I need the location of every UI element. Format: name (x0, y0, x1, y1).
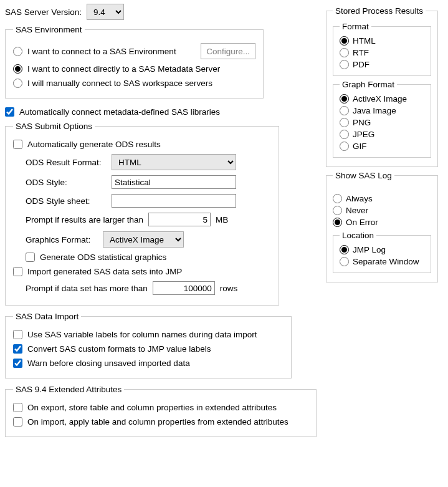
checkbox-warn-unsaved[interactable] (13, 359, 22, 368)
checkbox-auto-connect-libs-label: Automatically connect metadata-defined S… (19, 107, 220, 117)
radio-gfmt-java[interactable] (340, 106, 349, 115)
radio-gfmt-gif-label: GIF (353, 142, 367, 151)
radio-connect-metadata[interactable] (13, 64, 22, 74)
radio-gfmt-java-label: Java Image (353, 106, 396, 115)
prompt-results-prefix: Prompt if results are larger than (26, 215, 143, 224)
prompt-rows-suffix: rows (220, 284, 238, 293)
stored-process-results-group: Stored Process Results Format HTML RTF P… (326, 6, 438, 167)
radio-log-onerror[interactable] (333, 218, 342, 227)
radio-format-rtf[interactable] (340, 48, 349, 57)
sas-environment-group: SAS Environment I want to connect to a S… (5, 25, 264, 99)
sas-version-label: SAS Server Version: (5, 7, 82, 17)
radio-connect-env[interactable] (13, 47, 22, 56)
radio-manual-connect-label: I will manually connect to SAS workspace… (27, 79, 212, 88)
graphics-format-select[interactable]: ActiveX Image (103, 231, 184, 248)
radio-loc-sepwin[interactable] (340, 257, 349, 266)
checkbox-convert-formats[interactable] (13, 344, 22, 354)
stored-process-results-legend: Stored Process Results (333, 6, 426, 16)
radio-loc-jmplog-label: JMP Log (353, 245, 386, 254)
extended-attributes-legend: SAS 9.4 Extended Attributes (13, 385, 124, 394)
graph-format-group: Graph Format ActiveX Image Java Image PN… (333, 80, 431, 158)
radio-log-never-label: Never (346, 206, 368, 215)
ods-stylesheet-label: ODS Style sheet: (26, 196, 107, 206)
checkbox-use-var-labels[interactable] (13, 330, 22, 339)
checkbox-gen-ods-stats[interactable] (26, 253, 35, 262)
radio-format-pdf-label: PDF (353, 60, 369, 69)
radio-gfmt-png[interactable] (340, 118, 349, 127)
graph-format-legend: Graph Format (340, 80, 397, 89)
ods-result-format-select[interactable]: HTML (112, 154, 236, 170)
checkbox-auto-connect-libs[interactable] (5, 107, 14, 117)
radio-loc-sepwin-label: Separate Window (353, 257, 419, 266)
stored-format-legend: Format (340, 22, 371, 31)
radio-gfmt-gif[interactable] (340, 142, 349, 151)
show-sas-log-group: Show SAS Log Always Never On Error Locat… (326, 171, 438, 282)
ods-stylesheet-input[interactable] (112, 194, 236, 208)
prompt-rows-input[interactable] (153, 281, 215, 295)
radio-gfmt-jpeg[interactable] (340, 130, 349, 139)
checkbox-use-var-labels-label: Use SAS variable labels for column names… (27, 330, 257, 339)
sas-data-import-group: SAS Data Import Use SAS variable labels … (5, 312, 292, 379)
radio-log-never[interactable] (333, 206, 342, 215)
radio-gfmt-activex[interactable] (340, 94, 349, 104)
graphics-format-label: Graphics Format: (26, 235, 98, 244)
checkbox-gen-ods-stats-label: Generate ODS statistical graphics (40, 253, 166, 262)
sas-data-import-legend: SAS Data Import (13, 312, 81, 321)
radio-manual-connect[interactable] (13, 79, 22, 88)
radio-format-rtf-label: RTF (353, 48, 369, 57)
configure-button[interactable]: Configure... (201, 43, 255, 59)
radio-log-always-label: Always (346, 194, 373, 203)
checkbox-on-export[interactable] (13, 403, 22, 412)
ods-style-label: ODS Style: (26, 178, 107, 187)
stored-format-group: Format HTML RTF PDF (333, 22, 431, 76)
extended-attributes-group: SAS 9.4 Extended Attributes On export, s… (5, 385, 317, 437)
prompt-rows-prefix: Prompt if data set has more than (26, 284, 148, 293)
radio-gfmt-jpeg-label: JPEG (353, 130, 374, 139)
radio-connect-env-label: I want to connect to a SAS Environment (27, 47, 196, 56)
show-sas-log-legend: Show SAS Log (333, 171, 394, 180)
prompt-results-input[interactable] (148, 213, 211, 226)
checkbox-auto-ods[interactable] (13, 140, 22, 149)
checkbox-auto-ods-label: Automatically generate ODS results (27, 140, 161, 149)
sas-submit-options-legend: SAS Submit Options (13, 122, 95, 131)
sas-environment-legend: SAS Environment (13, 25, 85, 34)
radio-gfmt-activex-label: ActiveX Image (353, 94, 407, 104)
radio-format-pdf[interactable] (340, 60, 349, 69)
radio-loc-jmplog[interactable] (340, 245, 349, 254)
radio-gfmt-png-label: PNG (353, 118, 371, 127)
radio-format-html-label: HTML (353, 36, 376, 46)
prompt-results-suffix: MB (216, 215, 228, 224)
ods-style-input[interactable] (112, 175, 236, 189)
radio-connect-metadata-label: I want to connect directly to a SAS Meta… (27, 64, 220, 74)
checkbox-import-generated[interactable] (13, 267, 22, 276)
checkbox-on-import-label: On import, apply table and column proper… (27, 417, 288, 427)
checkbox-on-import[interactable] (13, 417, 22, 427)
log-location-group: Location JMP Log Separate Window (333, 231, 431, 273)
radio-log-onerror-label: On Error (346, 218, 378, 227)
radio-format-html[interactable] (340, 36, 349, 46)
checkbox-warn-unsaved-label: Warn before closing unsaved imported dat… (27, 359, 190, 368)
checkbox-import-generated-label: Import generated SAS data sets into JMP (27, 267, 182, 276)
checkbox-convert-formats-label: Convert SAS custom formats to JMP value … (27, 344, 211, 354)
checkbox-on-export-label: On export, store table and column proper… (27, 403, 277, 412)
log-location-legend: Location (340, 231, 376, 240)
sas-submit-options-group: SAS Submit Options Automatically generat… (5, 122, 279, 306)
sas-version-select[interactable]: 9.4 (87, 4, 124, 20)
ods-result-format-label: ODS Result Format: (26, 158, 107, 167)
radio-log-always[interactable] (333, 194, 342, 203)
